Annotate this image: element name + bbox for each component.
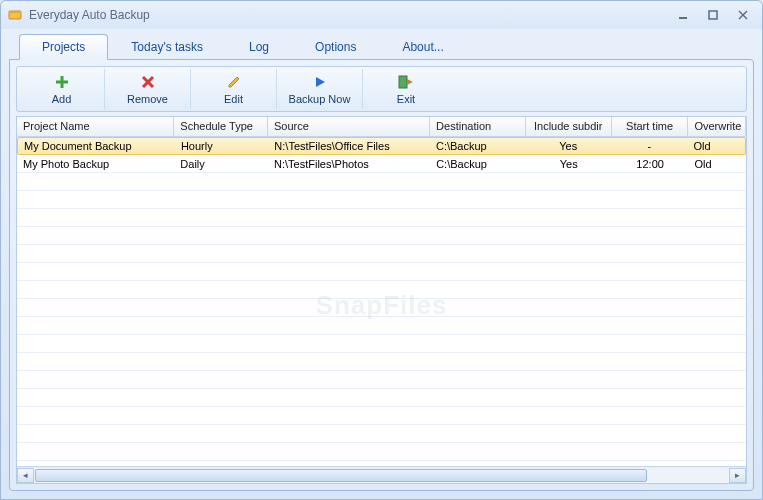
remove-button[interactable]: Remove xyxy=(105,69,191,109)
cell-schedule-type: Hourly xyxy=(175,138,268,154)
projects-panel: Add Remove Edit xyxy=(9,59,754,491)
svg-rect-3 xyxy=(709,11,717,19)
titlebar: Everyday Auto Backup xyxy=(1,1,762,29)
table-row[interactable]: My Photo Backup Daily N:\TestFiles\Photo… xyxy=(17,155,746,173)
pencil-icon xyxy=(227,73,241,91)
cell-destination: C:\Backup xyxy=(430,156,526,172)
svg-marker-10 xyxy=(229,77,239,87)
scroll-right-arrow[interactable]: ▸ xyxy=(729,468,746,483)
projects-grid: Project Name Schedule Type Source Destin… xyxy=(16,116,747,484)
svg-rect-12 xyxy=(399,76,407,88)
exit-icon xyxy=(398,73,414,91)
scroll-thumb[interactable] xyxy=(35,469,647,482)
minimize-button[interactable] xyxy=(670,7,696,23)
col-header-project-name[interactable]: Project Name xyxy=(17,117,174,136)
maximize-button[interactable] xyxy=(700,7,726,23)
exit-button[interactable]: Exit xyxy=(363,69,449,109)
col-header-destination[interactable]: Destination xyxy=(430,117,526,136)
tab-projects[interactable]: Projects xyxy=(19,34,108,60)
cell-schedule-type: Daily xyxy=(174,156,268,172)
svg-rect-1 xyxy=(9,11,21,13)
col-header-include-subdir[interactable]: Include subdir xyxy=(526,117,612,136)
cell-source: N:\TestFiles\Photos xyxy=(268,156,430,172)
tab-log[interactable]: Log xyxy=(226,34,292,59)
tab-about[interactable]: About... xyxy=(379,34,466,59)
cell-include-subdir: Yes xyxy=(526,156,612,172)
cell-include-subdir: Yes xyxy=(525,138,611,154)
toolbar: Add Remove Edit xyxy=(16,66,747,112)
col-header-source[interactable]: Source xyxy=(268,117,430,136)
cell-overwrite: Old xyxy=(688,156,746,172)
edit-label: Edit xyxy=(224,93,243,105)
cell-overwrite: Old xyxy=(688,138,745,154)
table-row[interactable]: My Document Backup Hourly N:\TestFiles\O… xyxy=(17,137,746,155)
col-header-overwrite[interactable]: Overwrite xyxy=(688,117,746,136)
add-label: Add xyxy=(52,93,72,105)
scroll-track[interactable] xyxy=(34,468,729,483)
add-button[interactable]: Add xyxy=(19,69,105,109)
content-area: Projects Today's tasks Log Options About… xyxy=(9,33,754,491)
edit-button[interactable]: Edit xyxy=(191,69,277,109)
tab-options[interactable]: Options xyxy=(292,34,379,59)
cell-project-name: My Photo Backup xyxy=(17,156,174,172)
play-icon xyxy=(313,73,327,91)
backup-now-label: Backup Now xyxy=(289,93,351,105)
backup-now-button[interactable]: Backup Now xyxy=(277,69,363,109)
col-header-schedule-type[interactable]: Schedule Type xyxy=(174,117,268,136)
watermark: SnapFiles xyxy=(316,289,448,320)
scroll-left-arrow[interactable]: ◂ xyxy=(17,468,34,483)
close-button[interactable] xyxy=(730,7,756,23)
horizontal-scrollbar[interactable]: ◂ ▸ xyxy=(17,466,746,483)
plus-icon xyxy=(55,73,69,91)
app-window: Everyday Auto Backup Projects Today's ta… xyxy=(0,0,763,500)
tab-todays-tasks[interactable]: Today's tasks xyxy=(108,34,226,59)
cell-start-time: - xyxy=(611,138,687,154)
svg-marker-13 xyxy=(407,79,413,85)
exit-label: Exit xyxy=(397,93,415,105)
app-icon xyxy=(7,7,23,23)
remove-label: Remove xyxy=(127,93,168,105)
grid-header: Project Name Schedule Type Source Destin… xyxy=(17,117,746,137)
col-header-start-time[interactable]: Start time xyxy=(612,117,689,136)
svg-marker-11 xyxy=(316,77,325,87)
tab-bar: Projects Today's tasks Log Options About… xyxy=(9,33,754,59)
x-icon xyxy=(141,73,155,91)
cell-source: N:\TestFiles\Office Files xyxy=(268,138,430,154)
window-title: Everyday Auto Backup xyxy=(29,8,150,22)
grid-body[interactable]: My Document Backup Hourly N:\TestFiles\O… xyxy=(17,137,746,466)
cell-destination: C:\Backup xyxy=(430,138,525,154)
cell-start-time: 12:00 xyxy=(612,156,689,172)
cell-project-name: My Document Backup xyxy=(18,138,175,154)
